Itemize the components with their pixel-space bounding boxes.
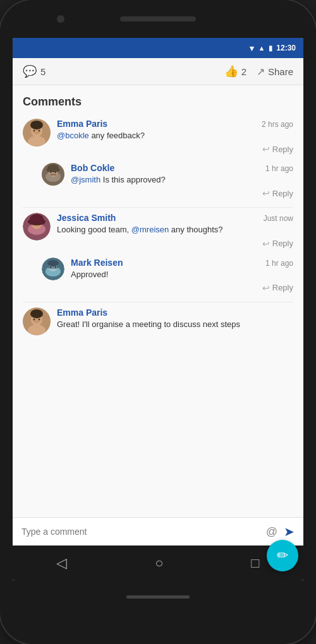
svg-rect-12 [50,174,56,176]
svg-point-11 [46,167,60,172]
comment-input[interactable] [21,527,260,537]
comment-author-emma-2: Emma Paris [57,307,107,318]
comment-body-mark: Mark Reisen 1 hr ago Approved! ↩ Reply [71,258,293,293]
like-section[interactable]: 👍 2 [224,64,246,78]
phone-shell: ▾ ▲ ▮ 12:30 💬 5 👍 2 ↗ Share [0,0,316,644]
svg-point-35 [39,319,40,320]
comment-body-1: Emma Paris 2 hrs ago @bcokle any feedbac… [57,119,293,154]
signal-icon: ▲ [258,44,265,52]
comment-header-emma-2: Emma Paris [57,307,293,318]
reply-arrow-icon-1: ↩ [262,144,270,154]
comment-text-jessica: Looking good team, @mreisen any thoughts… [57,224,293,236]
svg-point-5 [33,130,35,131]
comment-item-nested-mark: Mark Reisen 1 hr ago Approved! ↩ Reply [42,258,293,293]
like-count: 2 [241,66,246,77]
mention-bcokle: @bcokle [57,131,89,140]
content-area: Comments Emma Paris [13,85,303,517]
svg-point-14 [55,172,56,173]
comment-header-1: Emma Paris 2 hrs ago [57,119,293,129]
fab-edit-icon: ✏ [277,547,288,564]
reply-arrow-icon-mark: ↩ [262,283,270,293]
comment-time-mark: 1 hr ago [265,259,293,268]
avatar-mark-reisen [42,258,64,280]
comment-bubble-icon: 💬 [23,64,37,78]
comment-header-bob: Bob Cokle 1 hr ago [71,163,293,173]
comment-time-jessica: Just now [264,214,293,223]
comment-item-nested-bob: Bob Cokle 1 hr ago @jsmith Is this appro… [42,163,293,198]
svg-point-25 [47,260,59,266]
comment-count: 5 [40,66,46,77]
battery-icon: ▮ [269,44,272,52]
phone-camera [57,15,64,23]
svg-point-21 [39,224,40,225]
comment-item-emma-2: Emma Paris Great! I'll organise a meetin… [23,307,293,335]
comment-body-jessica: Jessica Smith Just now Looking good team… [57,213,293,248]
avatar-emma-paris-1 [23,119,51,146]
fab-edit-button[interactable]: ✏ [267,540,298,571]
comment-author-jessica: Jessica Smith [57,213,116,223]
reply-button-bob[interactable]: ↩ Reply [71,188,293,198]
comment-text-bob: @jsmith Is this approved? [71,174,293,186]
svg-point-13 [50,172,51,173]
comment-time-bob: 1 hr ago [265,164,293,173]
comment-item: Emma Paris 2 hrs ago @bcokle any feedbac… [23,119,293,154]
reply-arrow-icon-jessica: ↩ [262,239,270,249]
reply-label-jessica: Reply [272,239,293,248]
svg-point-4 [30,121,43,129]
mention-jsmith: @jsmith [71,175,100,184]
reply-label-mark: Reply [272,283,293,292]
comments-heading: Comments [23,95,293,109]
comment-author-1: Emma Paris [57,119,107,129]
like-icon: 👍 [224,64,238,78]
comment-text-mark: Approved! [71,269,293,280]
divider-1 [23,207,293,208]
comment-input-bar: @ ➤ [13,517,303,546]
comment-time-1: 2 hrs ago [262,120,293,129]
nav-bar: ◁ ○ □ [13,546,303,581]
avatar-bob-cokle [42,163,64,186]
share-section[interactable]: ↗ Share [257,66,293,78]
comment-body-bob: Bob Cokle 1 hr ago @jsmith Is this appro… [71,163,293,198]
share-label: Share [268,66,293,77]
action-bar: 💬 5 👍 2 ↗ Share [13,58,303,85]
status-bar-icons: ▾ ▲ ▮ 12:30 [250,44,296,53]
reply-label-1: Reply [272,145,293,154]
status-bar: ▾ ▲ ▮ 12:30 [13,38,303,58]
home-nav-icon[interactable]: ○ [155,555,163,571]
back-nav-icon[interactable]: ◁ [56,555,67,571]
clock: 12:30 [276,44,296,52]
reply-button-1[interactable]: ↩ Reply [57,144,293,154]
svg-point-34 [33,319,35,320]
comment-author-bob: Bob Cokle [71,163,114,173]
comment-item-jessica: Jessica Smith Just now Looking good team… [23,213,293,248]
phone-speaker [120,16,196,21]
send-icon[interactable]: ➤ [284,524,295,539]
svg-point-19 [28,218,46,225]
svg-point-20 [33,224,35,225]
comment-text-emma-2: Great! I'll organise a meeting to discus… [57,319,293,330]
reply-arrow-icon-bob: ↩ [262,188,270,198]
mention-mreisen: @mreisen [131,225,169,234]
svg-point-6 [39,130,40,131]
phone-bottom-bar [0,581,316,612]
comment-header-mark: Mark Reisen 1 hr ago [71,258,293,268]
comment-count-section: 💬 5 [23,64,46,78]
avatar-jessica-smith [23,213,51,241]
comment-text-1: @bcokle any feedback? [57,130,293,141]
mention-icon[interactable]: @ [266,525,277,539]
reply-button-jessica[interactable]: ↩ Reply [57,239,293,249]
wifi-icon: ▾ [250,44,254,53]
reply-button-mark[interactable]: ↩ Reply [71,283,293,293]
reply-label-bob: Reply [272,189,293,198]
comment-header-jessica: Jessica Smith Just now [57,213,293,223]
divider-2 [23,302,293,302]
comment-author-mark: Mark Reisen [71,258,123,268]
phone-top-bar [0,0,316,38]
share-icon: ↗ [257,66,265,78]
recents-nav-icon[interactable]: □ [251,555,259,571]
phone-screen: ▾ ▲ ▮ 12:30 💬 5 👍 2 ↗ Share [13,38,303,581]
svg-point-33 [30,309,43,318]
home-indicator [126,595,190,599]
action-bar-right: 👍 2 ↗ Share [224,64,293,78]
comment-body-emma-2: Emma Paris Great! I'll organise a meetin… [57,307,293,335]
